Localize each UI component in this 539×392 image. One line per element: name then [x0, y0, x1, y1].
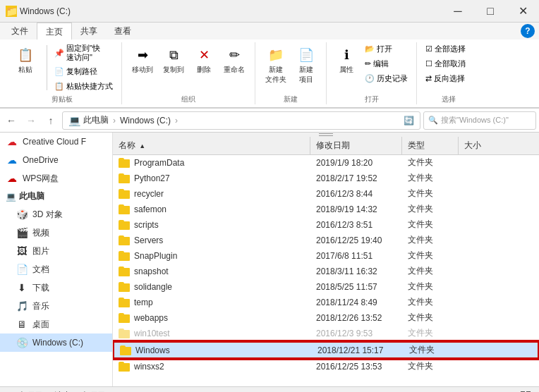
- sidebar-item-wps[interactable]: ☁ WPS网盘: [0, 169, 112, 188]
- table-row[interactable]: ProgramData2019/1/9 18:20文件夹: [113, 155, 539, 171]
- select-all-label: 全部选择: [435, 44, 466, 54]
- delete-icon: ✕: [194, 45, 214, 65]
- move-button[interactable]: ➡ 移动到: [128, 42, 157, 78]
- breadcrumb-pc[interactable]: 此电脑: [83, 114, 109, 126]
- pin-button[interactable]: 📌 固定到"快 速访问": [52, 42, 116, 63]
- edit-button[interactable]: ✏ 编辑: [362, 57, 411, 71]
- file-name-text: safemon: [134, 204, 166, 214]
- copy-to-button[interactable]: ⧉ 复制到: [159, 42, 188, 78]
- file-size-cell: [459, 365, 539, 368]
- details-view-button[interactable]: [499, 388, 515, 392]
- sidebar-item-music[interactable]: 🎵 音乐: [0, 297, 112, 315]
- sidebar-item-onedrive[interactable]: ☁ OneDrive: [0, 151, 112, 169]
- table-row[interactable]: Python272018/2/17 19:52文件夹: [113, 171, 539, 186]
- search-box[interactable]: 🔍 搜索"Windows (C:)": [423, 111, 536, 130]
- maximize-button[interactable]: □: [474, 0, 507, 23]
- copy-path-button[interactable]: 📄 复制路径: [52, 65, 116, 78]
- clipboard-buttons: 📋 粘贴 📌 固定到"快 速访问" 📄 复制路径 📋: [8, 42, 116, 93]
- sidebar-label-music: 音乐: [32, 300, 49, 312]
- sidebar-item-video[interactable]: 🎬 视频: [0, 223, 112, 242]
- table-row[interactable]: SnapPlugin2017/6/8 11:51文件夹: [113, 248, 539, 264]
- table-row[interactable]: recycler2016/12/3 8:44文件夹: [113, 186, 539, 202]
- close-button[interactable]: ✕: [507, 0, 539, 23]
- music-icon: 🎵: [16, 300, 28, 312]
- refresh-button[interactable]: 🔄: [404, 116, 414, 125]
- back-button[interactable]: ←: [3, 112, 20, 129]
- col-size-label: 大小: [464, 140, 481, 150]
- ribbon: 文件 主页 共享 查看 ? 📋 粘贴 📌 固定到"快 速访问": [0, 23, 539, 109]
- open-button[interactable]: 📂 打开: [362, 42, 411, 56]
- new-folder-button[interactable]: 📁 新建 文件夹: [261, 42, 291, 87]
- breadcrumb-drive[interactable]: Windows (C:): [120, 116, 171, 125]
- paste-button[interactable]: 📋 粘贴: [8, 42, 42, 78]
- invert-select-button[interactable]: ⇄ 反向选择: [423, 72, 475, 85]
- col-name-label: 名称: [119, 140, 135, 150]
- file-name-cell: safemon: [113, 203, 310, 216]
- address-bar[interactable]: 💻 此电脑 › Windows (C:) › 🔄: [62, 111, 420, 130]
- table-row[interactable]: Servers2016/12/25 19:40文件夹: [113, 233, 539, 248]
- folder-icon: [119, 282, 130, 292]
- new-item-label: 新建 项目: [299, 65, 313, 85]
- tab-share[interactable]: 共享: [72, 23, 106, 39]
- sidebar-item-desktop[interactable]: 🖥 桌面: [0, 315, 112, 333]
- col-type[interactable]: 类型: [402, 137, 459, 154]
- paste-shortcut-button[interactable]: 📋 粘贴快捷方式: [52, 80, 116, 93]
- file-size-cell: [459, 192, 539, 195]
- breadcrumb-sep-2: ›: [175, 116, 178, 125]
- folder-icon: [119, 235, 130, 245]
- table-row[interactable]: safemon2018/9/19 14:32文件夹: [113, 202, 539, 217]
- resize-handle[interactable]: [319, 133, 333, 136]
- new-item-button[interactable]: 📄 新建 项目: [292, 42, 320, 87]
- forward-button[interactable]: →: [23, 112, 40, 129]
- table-row[interactable]: scripts2016/12/3 8:51文件夹: [113, 217, 539, 233]
- properties-button[interactable]: ℹ 属性: [332, 42, 361, 85]
- table-row[interactable]: snapshot2018/3/11 16:32文件夹: [113, 264, 539, 279]
- file-size-cell: [459, 317, 539, 319]
- move-icon: ➡: [133, 45, 152, 65]
- file-list-body: ProgramData2019/1/9 18:20文件夹Python272018…: [113, 155, 539, 386]
- file-type-cell: 文件夹: [402, 233, 459, 247]
- sidebar-item-windows-c[interactable]: 💿 Windows (C:): [0, 333, 112, 352]
- table-row[interactable]: Windows2018/12/21 15:17文件夹: [113, 341, 539, 359]
- up-button[interactable]: ↑: [42, 112, 59, 129]
- file-date-cell: 2017/6/8 11:51: [310, 250, 402, 262]
- file-type-cell: 文件夹: [402, 248, 459, 263]
- select-all-button[interactable]: ☑ 全部选择: [423, 42, 475, 56]
- file-type-cell: 文件夹: [402, 217, 459, 232]
- file-date-cell: 2018/9/19 14:32: [310, 203, 402, 216]
- table-row[interactable]: win10test2016/12/3 9:53文件夹: [113, 326, 539, 341]
- sidebar-item-creative-cloud[interactable]: ☁ Creative Cloud F: [0, 133, 112, 151]
- minimize-button[interactable]: ─: [442, 0, 474, 23]
- sidebar-item-3d[interactable]: 🎲 3D 对象: [0, 205, 112, 223]
- col-name[interactable]: 名称 ▲: [113, 137, 310, 154]
- table-row[interactable]: temp2018/11/24 8:49文件夹: [113, 295, 539, 310]
- file-size-cell: [460, 349, 538, 352]
- sidebar-item-documents[interactable]: 📄 文档: [0, 260, 112, 278]
- file-type-cell: 文件夹: [402, 310, 459, 325]
- select-none-button[interactable]: ☐ 全部取消: [423, 57, 475, 71]
- tab-file[interactable]: 文件: [3, 23, 37, 39]
- help-button[interactable]: ?: [521, 24, 535, 38]
- sidebar: ☁ Creative Cloud F ☁ OneDrive ☁ WPS网盘 💻 …: [0, 133, 113, 386]
- col-size[interactable]: 大小: [459, 137, 539, 154]
- table-row[interactable]: webapps2018/12/26 13:52文件夹: [113, 310, 539, 326]
- large-icons-button[interactable]: [518, 388, 533, 392]
- tab-home[interactable]: 主页: [37, 23, 72, 40]
- table-row[interactable]: winsxs22016/12/25 13:53文件夹: [113, 359, 539, 374]
- this-pc-header[interactable]: 💻 此电脑: [0, 188, 112, 205]
- history-button[interactable]: 🕐 历史记录: [362, 72, 411, 85]
- new-folder-icon: 📁: [266, 45, 286, 65]
- tab-view[interactable]: 查看: [106, 23, 140, 39]
- file-name-text: Windows: [135, 345, 170, 355]
- documents-icon: 📄: [16, 263, 28, 276]
- rename-button[interactable]: ✏ 重命名: [219, 42, 249, 78]
- video-icon: 🎬: [16, 226, 28, 239]
- desktop-icon: 🖥: [16, 318, 28, 331]
- file-list-header: 名称 ▲ 修改日期 类型 大小: [113, 137, 539, 155]
- delete-button[interactable]: ✕ 删除: [190, 42, 218, 78]
- folder-icon: [119, 220, 130, 230]
- col-date[interactable]: 修改日期: [310, 137, 402, 154]
- sidebar-item-pictures[interactable]: 🖼 图片: [0, 242, 112, 260]
- sidebar-item-downloads[interactable]: ⬇ 下载: [0, 278, 112, 297]
- table-row[interactable]: solidangle2018/5/25 11:57文件夹: [113, 279, 539, 295]
